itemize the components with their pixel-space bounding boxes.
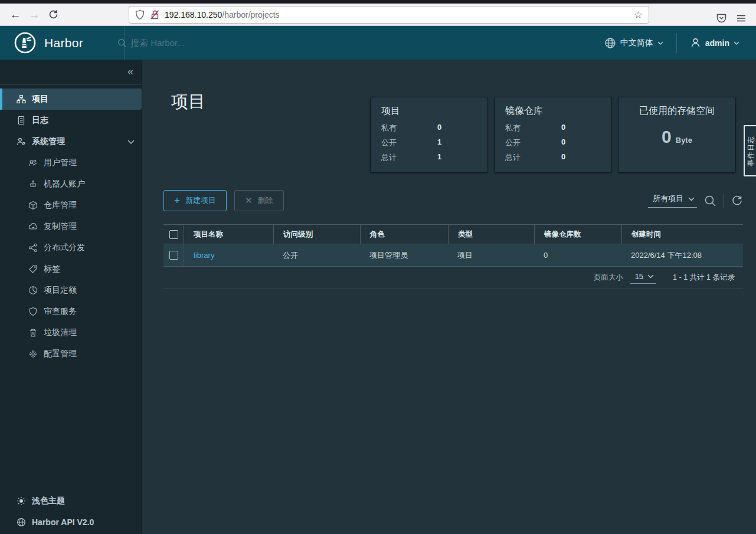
column-header-type[interactable]: 类型 (448, 225, 534, 244)
cube-icon (28, 201, 38, 210)
project-link[interactable]: library (194, 251, 214, 260)
stat-row: 总计 0 (505, 152, 601, 163)
stat-label: 公开 (381, 137, 437, 148)
shield-icon (28, 307, 38, 316)
user-menu[interactable]: admin (682, 26, 748, 60)
page-size-label: 页面大小 (594, 273, 623, 283)
sidebar-collapse-button[interactable]: « (127, 66, 133, 77)
sidebar-divider (0, 84, 142, 85)
sidebar-item-label: 垃圾清理 (44, 327, 77, 338)
projects-icon (17, 94, 26, 104)
storage-value: 0 (662, 127, 672, 147)
new-project-label: 新建项目 (185, 195, 216, 206)
table-footer: 页面大小 15 1 - 1 共计 1 条记录 (163, 267, 743, 289)
stat-row: 公开 1 (381, 137, 477, 148)
sidebar-item-projects[interactable]: 项目 (0, 89, 142, 110)
sidebar-item-distribution[interactable]: 分布式分发 (0, 237, 142, 258)
pocket-save-button[interactable] (711, 9, 731, 27)
sidebar-item-label: 机器人账户 (44, 179, 85, 189)
event-log-flyout-tab[interactable]: 事件日志 (744, 125, 756, 176)
global-search[interactable] (117, 38, 307, 48)
summary-cards: 项目 私有 0 公开 1 总计 1 镜像仓库 私有 0 公开 0 (370, 97, 736, 173)
browser-address-bar[interactable]: 192.168.10.250/harbor/projects ☆ (129, 6, 649, 24)
theme-toggle-label: 浅色主题 (32, 496, 65, 506)
url-text: 192.168.10.250/harbor/projects (165, 10, 280, 19)
theme-toggle[interactable]: 浅色主题 (0, 490, 142, 512)
sidebar-item-administration[interactable]: 系统管理 (0, 131, 142, 152)
language-menu[interactable]: 中文简体 (596, 26, 672, 60)
refresh-icon[interactable] (731, 195, 743, 207)
sidebar-item-labels[interactable]: 标签 (0, 258, 142, 280)
admin-icon (17, 137, 26, 146)
storage-value-row: 0 Byte (629, 127, 725, 147)
browser-menu-button[interactable] (731, 9, 751, 27)
sidebar-item-label: 项目 (32, 94, 48, 104)
user-icon (690, 37, 701, 48)
sidebar-item-configuration[interactable]: 配置管理 (0, 343, 142, 365)
column-header-created[interactable]: 创建时间 (621, 225, 743, 244)
access-level-cell: 公开 (273, 244, 360, 266)
x-icon: ✕ (245, 195, 253, 206)
logs-icon (17, 116, 26, 125)
chevron-down-icon (657, 41, 663, 45)
sidebar-item-interrogation-services[interactable]: 审查服务 (0, 301, 142, 322)
globe-icon (604, 37, 616, 49)
column-header-name[interactable]: 项目名称 (184, 225, 273, 244)
filter-divider (724, 194, 724, 208)
sidebar-item-label: 用户管理 (44, 158, 77, 168)
page-size-value: 15 (635, 272, 643, 281)
browser-back-button[interactable]: ← (6, 6, 25, 24)
type-cell: 项目 (448, 244, 534, 266)
browser-reload-button[interactable] (44, 6, 63, 24)
sidebar-item-label: 标签 (44, 264, 60, 274)
header-right-divider (676, 33, 677, 53)
sidebar-item-users[interactable]: 用户管理 (0, 152, 142, 173)
sidebar-item-registries[interactable]: 仓库管理 (0, 195, 142, 216)
page-size-select[interactable]: 15 (630, 272, 656, 284)
select-all-checkbox[interactable] (169, 230, 178, 239)
browser-forward-button[interactable]: → (25, 6, 44, 24)
delete-project-button[interactable]: ✕ 删除 (234, 190, 284, 211)
row-checkbox[interactable] (169, 251, 178, 260)
reload-icon (48, 9, 58, 19)
stat-row: 总计 1 (381, 152, 477, 163)
username-label: admin (705, 38, 729, 48)
sidebar-item-label: 系统管理 (32, 136, 65, 147)
search-input[interactable] (130, 38, 307, 48)
sidebar-item-garbage-collection[interactable]: 垃圾清理 (0, 322, 142, 343)
chevron-down-icon (647, 274, 654, 279)
column-header-role[interactable]: 角色 (360, 225, 448, 244)
tracking-shield-icon[interactable] (135, 9, 145, 20)
stat-row: 公开 0 (505, 137, 601, 148)
robot-icon (28, 179, 38, 189)
column-header-access[interactable]: 访问级别 (273, 225, 360, 244)
column-header-repo-count[interactable]: 镜像仓库数 (534, 225, 621, 244)
sidebar-item-label: 仓库管理 (44, 200, 77, 211)
stat-label: 公开 (505, 137, 561, 148)
insecure-lock-icon[interactable] (150, 9, 160, 20)
repositories-summary-card: 镜像仓库 私有 0 公开 0 总计 0 (494, 97, 612, 173)
sidebar-item-label: 配置管理 (44, 349, 77, 359)
sidebar-item-project-quotas[interactable]: 项目定额 (0, 280, 142, 301)
api-explorer-link[interactable]: Harbor API V2.0 (0, 512, 142, 533)
new-project-button[interactable]: + 新建项目 (163, 190, 227, 211)
sidebar-item-robot-accounts[interactable]: 机器人账户 (0, 173, 142, 195)
table-row: library 公开 项目管理员 项目 0 2022/6/14 下午12:08 (163, 244, 743, 267)
bookmark-star-icon[interactable]: ☆ (634, 9, 643, 21)
project-actions-row: + 新建项目 ✕ 删除 所有项目 (163, 190, 743, 211)
project-type-filter[interactable]: 所有项目 (648, 194, 697, 208)
sidebar-item-replications[interactable]: 复制管理 (0, 216, 142, 237)
delete-label: 删除 (258, 195, 273, 206)
chevron-down-icon (734, 41, 739, 45)
sidebar-item-logs[interactable]: 日志 (0, 110, 142, 131)
share-icon (28, 243, 38, 253)
header-right: 中文简体 admin (596, 26, 756, 60)
trash-icon (28, 328, 38, 338)
stat-value: 0 (561, 137, 565, 148)
filter-label: 所有项目 (653, 194, 683, 204)
cloud-icon (28, 222, 38, 231)
api-link-label: Harbor API V2.0 (32, 517, 94, 527)
harbor-brand[interactable]: Harbor (14, 32, 83, 54)
search-projects-icon[interactable] (704, 195, 716, 207)
sidebar-item-label: 审查服务 (44, 306, 77, 317)
